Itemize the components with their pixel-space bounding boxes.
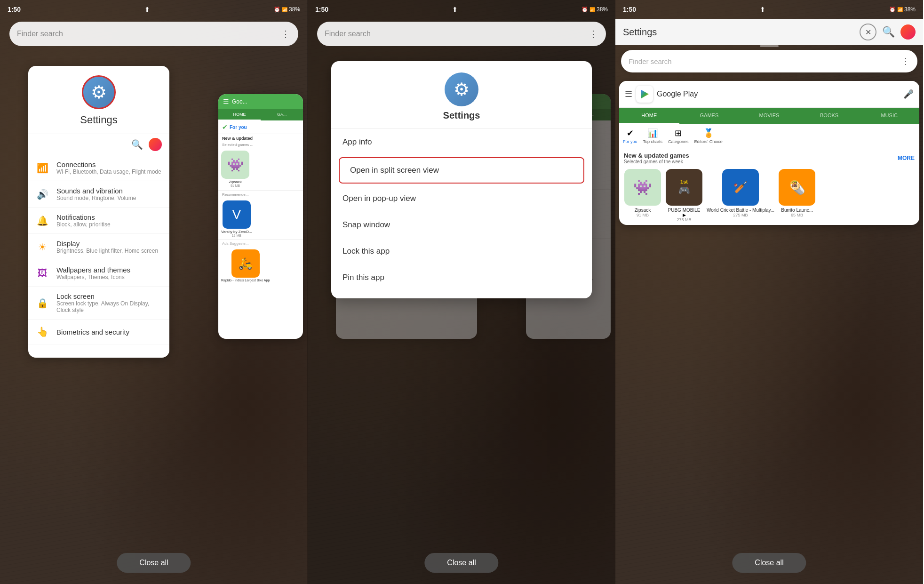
close-all-btn-1[interactable]: Close all — [117, 553, 191, 573]
status-bar-1: 1:50 ⬆ ⏰ 📶 38% — [0, 0, 308, 19]
categories-label: Categories — [668, 139, 689, 144]
wcb-thumb: 🏏 — [722, 169, 759, 206]
wallpapers-sub: Wallpapers, Themes, Icons — [56, 274, 162, 280]
context-item-splitscreen[interactable]: Open in split screen view — [339, 157, 584, 184]
play-tab-ga-1[interactable]: GA... — [261, 109, 303, 120]
play-logo-1: Goo... — [232, 98, 247, 105]
play-hamburger-exp[interactable]: ☰ — [625, 89, 632, 99]
sub-tab-editors[interactable]: 🏅 Editors' Choice — [694, 128, 723, 144]
game-zipsack[interactable]: 👾 Zipsack 91 MB — [624, 169, 661, 222]
drag-handle — [760, 45, 779, 47]
display-text: Display Brightness, Blue light filter, H… — [56, 240, 162, 254]
settings-item-wallpapers[interactable]: 🖼 Wallpapers and themes Wallpapers, Them… — [28, 260, 169, 287]
settings-item-notifications[interactable]: 🔔 Notifications Block, allow, prioritise — [28, 208, 169, 234]
search-placeholder-1: Finder search — [17, 30, 281, 38]
topcharts-icon: 📊 — [647, 128, 658, 138]
status-icons-2: ⏰ 📶 38% — [581, 6, 608, 13]
settings-item-lockscreen[interactable]: 🔒 Lock screen Screen lock type, Always O… — [28, 287, 169, 320]
biometrics-title: Biometrics and security — [56, 328, 162, 336]
zipsack-name-exp: Zipsack — [635, 208, 651, 213]
p3-dots[interactable]: ⋮ — [901, 56, 910, 66]
context-app-title: Settings — [443, 110, 480, 121]
burrito-size: 65 MB — [791, 213, 803, 217]
play-sub-tabs: ✔ For you 📊 Top charts ⊞ Categories 🏅 Ed… — [619, 124, 919, 148]
play-exp-header: ☰ Google Play 🎤 — [619, 81, 919, 108]
settings-item-display[interactable]: ☀ Display Brightness, Blue light filter,… — [28, 234, 169, 260]
time-3: 1:50 — [623, 6, 636, 13]
p3-search-icon[interactable]: 🔍 — [882, 26, 895, 38]
search-bar-1[interactable]: Finder search ⋮ — [9, 22, 298, 46]
connections-text: Connections Wi-Fi, Bluetooth, Data usage… — [56, 160, 162, 175]
more-btn[interactable]: MORE — [898, 155, 915, 161]
sounds-sub: Sound mode, Ringtone, Volume — [56, 195, 162, 201]
games-scroll: 👾 Zipsack 91 MB 1st 🎮 PUBG MOBILE ▶ 275 … — [619, 166, 919, 225]
sub-tab-topcharts[interactable]: 📊 Top charts — [643, 128, 663, 144]
pubg-name: PUBG MOBILE — [668, 208, 701, 213]
context-item-snap[interactable]: Snap window — [331, 212, 592, 238]
play-exp-tab-music[interactable]: MUSIC — [859, 108, 919, 124]
sub-tab-foryou[interactable]: ✔ For you — [623, 128, 637, 144]
close-all-btn-3[interactable]: Close all — [732, 553, 806, 573]
play-expanded-card: ☰ Google Play 🎤 HOME — [619, 81, 919, 225]
varsity-size-1: 12 MB — [232, 234, 241, 237]
status-icons-1: ⏰ 📶 38% — [274, 6, 300, 13]
close-all-btn-2[interactable]: Close all — [424, 553, 498, 573]
settings-item-biometrics[interactable]: 👆 Biometrics and security — [28, 320, 169, 344]
sounds-icon: 🔊 — [36, 188, 49, 201]
settings-item-connections[interactable]: 📶 Connections Wi-Fi, Bluetooth, Data usa… — [28, 155, 169, 181]
rapido-img-1: 🛵 — [231, 249, 260, 278]
context-gear-icon: ⚙ — [454, 79, 470, 100]
burrito-name: Burrito Launc... — [781, 208, 813, 213]
gear-icon-1: ⚙ — [91, 82, 107, 103]
dots-menu-1[interactable]: ⋮ — [281, 28, 291, 40]
play-exp-tab-home[interactable]: HOME — [619, 108, 679, 124]
zipsack-img-1: 👾 — [221, 151, 249, 179]
battery-1: 38% — [289, 6, 300, 13]
search-placeholder-2: Finder search — [325, 30, 589, 38]
pubg-thumb: 1st 🎮 — [666, 169, 702, 206]
svg-marker-0 — [641, 90, 649, 98]
context-item-popup[interactable]: Open in pop-up view — [331, 185, 592, 212]
foryou-label: For you — [623, 139, 637, 144]
context-settings-icon: ⚙ — [445, 72, 478, 106]
section-title: New & updated games — [624, 152, 689, 159]
sub-tab-categories[interactable]: ⊞ Categories — [668, 128, 689, 144]
play-mini-1: ☰ Goo... HOME GA... ✔ For you New & upda… — [218, 94, 303, 339]
wallpapers-text: Wallpapers and themes Wallpapers, Themes… — [56, 266, 162, 280]
lockscreen-sub: Screen lock type, Always On Display, Clo… — [56, 300, 162, 313]
settings-item-sounds[interactable]: 🔊 Sounds and vibration Sound mode, Ringt… — [28, 181, 169, 208]
pubg-size: 275 MB — [677, 217, 691, 222]
game-burrito[interactable]: 🌯 Burrito Launc... 65 MB — [778, 169, 816, 222]
mic-icon[interactable]: 🎤 — [903, 89, 914, 99]
play-tabs-1: HOME GA... — [218, 109, 303, 120]
display-sub: Brightness, Blue light filter, Home scre… — [56, 248, 162, 254]
dots-menu-2[interactable]: ⋮ — [589, 28, 598, 40]
play-section: New & updated games Selected games of th… — [619, 148, 919, 166]
play-exp-tab-games[interactable]: GAMES — [679, 108, 740, 124]
context-item-pin[interactable]: Pin this app — [331, 264, 592, 291]
play-exp-tab-movies[interactable]: MOVIES — [739, 108, 799, 124]
p3-close-btn[interactable]: ✕ — [860, 24, 876, 40]
avatar-1 — [149, 138, 162, 151]
context-item-appinfo[interactable]: App info — [331, 129, 592, 155]
p3-search-bar[interactable]: Finder search ⋮ — [621, 50, 917, 72]
zipsack-thumb: 👾 — [624, 169, 661, 206]
for-you-1: For you — [230, 125, 247, 130]
search-bar-2[interactable]: Finder search ⋮ — [317, 22, 606, 46]
game-pubg[interactable]: 1st 🎮 PUBG MOBILE ▶ 275 MB — [665, 169, 703, 222]
play-tab-home-1[interactable]: HOME — [218, 109, 261, 120]
play-exp-title: Google Play — [657, 90, 900, 98]
game-wcb[interactable]: 🏏 World Cricket Battle - Multiplay... 27… — [707, 169, 774, 222]
play-logo-exp — [636, 86, 653, 103]
biometrics-icon: 👆 — [36, 325, 49, 338]
card-search-icon[interactable]: 🔍 — [131, 139, 143, 150]
context-item-lock[interactable]: Lock this app — [331, 238, 592, 264]
notifications-title: Notifications — [56, 213, 162, 221]
biometrics-text: Biometrics and security — [56, 328, 162, 336]
play-exp-tab-books[interactable]: BOOKS — [799, 108, 860, 124]
card-header-1: ⚙ Settings — [28, 66, 169, 134]
rapido-name-1: Rapido - India's Largest Bike App — [221, 279, 270, 282]
context-menu: ⚙ Settings App info Open in split screen… — [331, 61, 592, 298]
status-bar-2: 1:50 ⬆ ⏰ 📶 38% — [308, 0, 615, 19]
signal-icon-3: 📶 — [897, 7, 903, 12]
